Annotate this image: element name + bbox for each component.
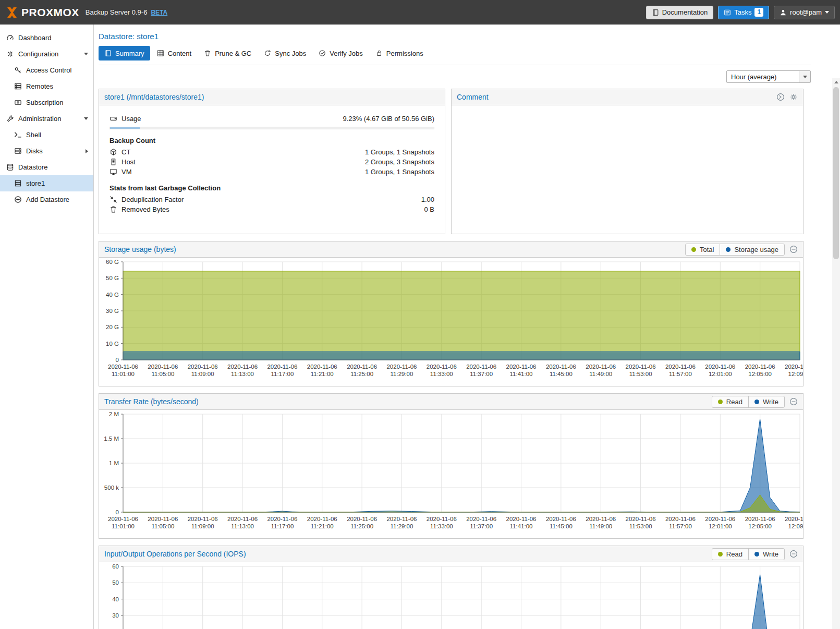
svg-text:11:41:00: 11:41:00 (510, 371, 533, 377)
svg-text:60: 60 (112, 564, 119, 570)
sidebar-item-store1[interactable]: store1 (0, 175, 93, 191)
sidebar-item-datastore[interactable]: Datastore (0, 159, 93, 175)
svg-text:2020-11-06: 2020-11-06 (506, 364, 537, 370)
sidebar-item-add-datastore[interactable]: Add Datastore (0, 191, 93, 208)
combo-trigger[interactable] (799, 71, 810, 82)
legend-item-write[interactable]: Write (748, 396, 784, 407)
storage-usage-panel: Storage usage (bytes) Total Storage usag… (99, 241, 804, 386)
svg-text:1.5 M: 1.5 M (104, 436, 119, 442)
svg-text:11:01:00: 11:01:00 (112, 371, 135, 377)
svg-text:50 G: 50 G (106, 275, 119, 281)
sidebar-item-subscription[interactable]: Subscription (0, 94, 93, 111)
tasks-button[interactable]: Tasks 1 (718, 6, 769, 19)
svg-text:11:09:00: 11:09:00 (191, 371, 214, 377)
svg-text:11:01:00: 11:01:00 (112, 523, 135, 529)
legend-label: Read (726, 398, 742, 406)
timeframe-select[interactable]: Hour (average) (726, 70, 811, 83)
svg-text:40: 40 (112, 596, 119, 602)
tab-bar: Summary Content Prune & GC Sync Jobs Ver… (99, 46, 811, 65)
tab-summary[interactable]: Summary (99, 46, 150, 61)
sidebar-item-shell[interactable]: Shell (0, 127, 93, 143)
collapse-icon[interactable] (789, 245, 798, 253)
brand-name: PROXMOX (21, 6, 79, 19)
svg-text:12:05:00: 12:05:00 (748, 523, 772, 529)
svg-text:2020-11-06: 2020-11-06 (347, 516, 377, 522)
scrollbar-thumb[interactable] (833, 87, 839, 259)
database-icon (6, 163, 14, 171)
svg-text:11:17:00: 11:17:00 (271, 371, 294, 377)
compress-icon (109, 196, 117, 203)
sidebar-item-remotes[interactable]: Remotes (0, 78, 93, 94)
comment-body[interactable] (452, 105, 803, 122)
sync-icon (264, 50, 271, 57)
cube-icon (109, 148, 117, 156)
tab-label: Summary (115, 50, 144, 57)
sidebar-item-access-control[interactable]: Access Control (0, 62, 93, 78)
collapse-icon[interactable] (789, 397, 798, 406)
tab-permissions[interactable]: Permissions (370, 46, 429, 61)
panel-title: Comment (457, 93, 489, 101)
tab-label: Sync Jobs (275, 50, 306, 57)
legend-label: Write (763, 398, 778, 406)
svg-text:2020-11-06: 2020-11-06 (745, 516, 775, 522)
svg-text:20 G: 20 G (106, 324, 119, 330)
iops-chart: 2020-11-0611:01:002020-11-0611:05:002020… (99, 562, 803, 629)
refresh-circle-icon[interactable] (776, 93, 785, 101)
chart-legend: Read Write (712, 396, 785, 408)
svg-text:2020-11-06: 2020-11-06 (386, 364, 417, 370)
svg-text:2020-11-06: 2020-11-06 (506, 516, 537, 522)
sidebar-item-disks[interactable]: Disks (0, 143, 93, 159)
svg-text:1 M: 1 M (109, 460, 119, 466)
svg-text:11:33:00: 11:33:00 (430, 371, 453, 377)
svg-text:11:49:00: 11:49:00 (589, 371, 612, 377)
svg-text:2020-11-06: 2020-11-06 (427, 364, 457, 370)
sidebar-item-label: store1 (26, 179, 45, 187)
svg-text:2020-11-06: 2020-11-06 (785, 364, 803, 370)
user-menu-button[interactable]: root@pam (774, 6, 835, 19)
key-icon (14, 66, 22, 74)
usage-value: 9.23% (4.67 GiB of 50.56 GiB) (343, 115, 434, 123)
plus-circle-icon (14, 196, 22, 203)
svg-text:2020-11-06: 2020-11-06 (148, 516, 178, 522)
tab-sync-jobs[interactable]: Sync Jobs (258, 46, 312, 61)
legend-item-read[interactable]: Read (712, 549, 748, 560)
collapse-icon[interactable] (789, 550, 798, 558)
tasks-icon (724, 9, 731, 16)
gc-stats-heading: Stats from last Garbage Collection (109, 184, 434, 192)
svg-text:10 G: 10 G (106, 341, 119, 347)
svg-text:2020-11-06: 2020-11-06 (546, 516, 576, 522)
sidebar-item-administration[interactable]: Administration (0, 111, 93, 127)
svg-text:2020-11-06: 2020-11-06 (227, 516, 258, 522)
svg-text:2020-11-06: 2020-11-06 (108, 516, 138, 522)
beta-link[interactable]: BETA (151, 9, 167, 16)
sidebar-item-configuration[interactable]: Configuration (0, 46, 93, 62)
tab-content[interactable]: Content (151, 46, 198, 61)
sidebar-item-dashboard[interactable]: Dashboard (0, 30, 93, 46)
svg-text:2020-11-06: 2020-11-06 (188, 516, 218, 522)
tab-label: Verify Jobs (330, 50, 363, 57)
sidebar-item-label: Disks (26, 147, 43, 155)
tab-verify-jobs[interactable]: Verify Jobs (313, 46, 369, 61)
legend-item-write[interactable]: Write (748, 549, 784, 560)
svg-text:2020-11-06: 2020-11-06 (307, 516, 337, 522)
chevron-down-icon (803, 76, 807, 78)
dedup-factor-row: Deduplication Factor 1.00 (109, 195, 434, 204)
transfer-rate-panel: Transfer Rate (bytes/second) Read Write (99, 393, 804, 539)
sidebar-item-label: Configuration (18, 50, 58, 58)
sidebar-nav: Dashboard Configuration Access Control R… (0, 25, 94, 629)
svg-text:11:49:00: 11:49:00 (589, 523, 612, 529)
svg-text:2020-11-06: 2020-11-06 (148, 364, 178, 370)
tab-prune-gc[interactable]: Prune & GC (198, 46, 257, 61)
timeframe-value: Hour (average) (727, 73, 799, 81)
vertical-scrollbar[interactable] (832, 78, 840, 629)
svg-text:11:05:00: 11:05:00 (151, 523, 174, 529)
svg-text:2020-11-06: 2020-11-06 (267, 516, 297, 522)
legend-item-total[interactable]: Total (686, 244, 720, 255)
legend-item-storage-usage[interactable]: Storage usage (720, 244, 784, 255)
panel-header: Input/Output Operations per Second (IOPS… (99, 546, 803, 562)
gear-icon[interactable] (789, 93, 798, 101)
scrollbar-up-arrow[interactable] (832, 78, 840, 86)
legend-item-read[interactable]: Read (712, 396, 748, 407)
tab-label: Prune & GC (215, 50, 251, 57)
documentation-button[interactable]: Documentation (646, 6, 713, 19)
